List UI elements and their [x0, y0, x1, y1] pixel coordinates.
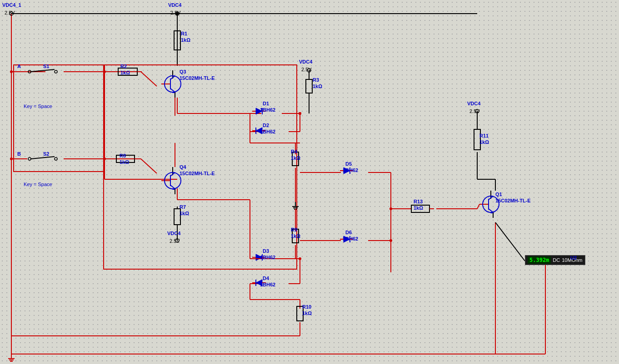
r8-label: R8 [120, 153, 126, 158]
svg-point-163 [299, 112, 301, 115]
r4-label: R4 [291, 149, 297, 154]
svg-point-157 [55, 70, 57, 73]
vdc4-voltage-4: 2.5V [469, 108, 480, 114]
vdc4-label-3: VDC4 [299, 59, 312, 64]
q1-label: Q1 [495, 192, 502, 197]
svg-line-62 [477, 204, 479, 209]
r7-value: 1kΩ [180, 211, 189, 216]
svg-point-161 [103, 70, 106, 73]
q3-model: 15C02MH-TL-E [180, 75, 215, 81]
vdc4-label-1: VDC4_1 [2, 2, 21, 8]
svg-point-160 [55, 157, 57, 160]
d3-label: D3 [263, 248, 269, 254]
svg-line-20 [141, 159, 157, 173]
s2-node-label: B [17, 151, 21, 157]
r2-label: R2 [120, 64, 127, 69]
svg-point-158 [28, 157, 31, 160]
d1-model: 1BH62 [260, 107, 275, 113]
svg-line-18 [141, 72, 157, 86]
meter-type: DC [553, 257, 560, 263]
svg-point-167 [10, 70, 13, 73]
d5-model: 1BH62 [343, 167, 358, 173]
s1-key-label: Key = Space [24, 103, 52, 109]
d2-model: 1BH62 [260, 129, 275, 134]
svg-rect-16 [14, 65, 105, 172]
svg-line-159 [31, 157, 55, 159]
svg-point-165 [389, 207, 392, 210]
svg-rect-37 [104, 65, 297, 269]
q1-model: 15C02MH-TL-E [495, 198, 531, 203]
r4-value: 1kΩ [291, 155, 300, 161]
r11-label: R11 [479, 133, 489, 138]
svg-point-166 [389, 239, 392, 242]
q4-label: Q4 [180, 164, 186, 170]
svg-rect-92 [306, 79, 312, 93]
vdc4-voltage-5: 2.5V [170, 238, 180, 244]
svg-point-162 [103, 157, 106, 160]
vdc4-voltage-2: 2.5V [170, 10, 181, 15]
schematic-canvas: VDC4_1 2.5V VDC4 2.5V VDC4 2.5V VDC4 2.5… [0, 0, 619, 364]
vdc4-voltage-3: 2.5V [301, 67, 312, 72]
s2-label: S2 [43, 151, 49, 157]
d6-label: D6 [345, 230, 352, 235]
r9-label: R9 [291, 227, 297, 232]
s2-key-label: Key = Space [24, 182, 52, 187]
svg-line-71 [495, 222, 525, 261]
r1-label: R1 [181, 31, 187, 36]
r1-value: 1kΩ [181, 37, 190, 43]
r3-label: R3 [313, 77, 319, 83]
r10-label: R10 [302, 304, 311, 310]
d4-label: D4 [263, 275, 269, 281]
d4-model: 1BH62 [260, 282, 275, 287]
s1-label: S1 [43, 64, 49, 69]
r10-value: 1kΩ [302, 310, 312, 316]
s1-node-label: A [17, 64, 21, 69]
d3-model: 1BH62 [260, 255, 275, 260]
d2-label: D2 [263, 123, 269, 128]
r11-value: 1kΩ [479, 139, 489, 145]
svg-point-168 [10, 157, 13, 160]
d1-label: D1 [263, 101, 269, 106]
r2-value: 1kΩ [120, 70, 130, 75]
r9-value: 1kΩ [291, 233, 300, 239]
d6-model: 1BH62 [343, 236, 358, 241]
d5-label: D5 [345, 161, 352, 167]
svg-point-164 [299, 257, 301, 260]
vdc4-label-4: VDC4 [467, 101, 480, 106]
r8-value: 1kΩ [120, 159, 129, 165]
u2-label: U2 [570, 255, 577, 261]
q3-label: Q3 [180, 69, 186, 74]
r13-label: R13 [414, 199, 423, 204]
q4-model: 15C02MH-TL-E [180, 171, 215, 176]
meter-value: 5.392m [528, 256, 551, 264]
r7-label: R7 [180, 204, 186, 210]
vdc4-label-5: VDC4 [167, 231, 180, 236]
r3-value: 1kΩ [313, 84, 322, 89]
vdc4-label-2: VDC4 [168, 2, 181, 8]
r13-value: 1kΩ [414, 205, 423, 211]
vdc4-voltage-1: 2.5V [5, 10, 15, 15]
